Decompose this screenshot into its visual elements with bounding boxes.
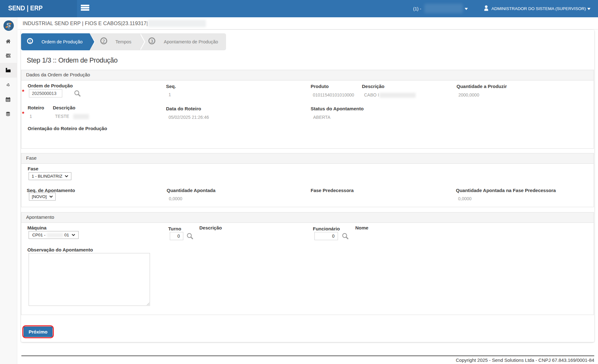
svg-text:erp: erp <box>8 28 10 30</box>
